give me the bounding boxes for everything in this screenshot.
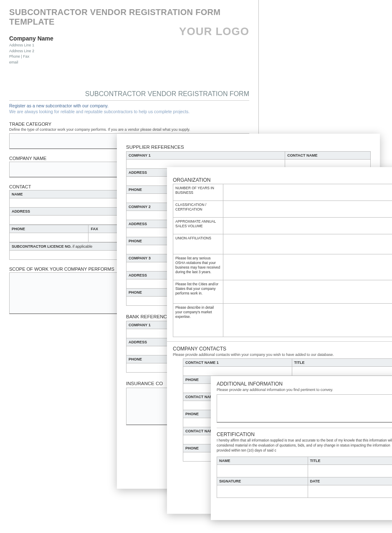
org-volume-label: APPROXIMATE ANNUAL SALES VOLUME [173,218,223,234]
cert-signature-input[interactable] [217,485,308,497]
org-union-input[interactable] [223,234,392,254]
additional-sub: Please provide any additional informatio… [217,388,392,392]
divider [9,100,249,101]
contact-name-header: CONTACT NAME [285,152,371,160]
contact-name1-input[interactable] [183,367,292,376]
trade-category-sub: Define the type of contractor work your … [9,127,249,132]
org-table: NUMBER OF YEARS IN BUSINESS CLASSIFICATI… [173,184,392,337]
org-class-label: CLASSIFICATION / CERTIFICATION [173,201,223,218]
divider [217,428,392,428]
cert-title2-header: TITLE [308,457,392,464]
org-class-input[interactable] [223,201,392,218]
cert-title: CERTIFICATION [217,431,392,437]
supplier-refs-title: SUPPLIER REFERENCES [126,145,371,150]
org-years-input[interactable] [223,184,392,201]
cert-title-input[interactable] [308,464,392,477]
org-expertise-input[interactable] [223,304,392,337]
cert-name-header: NAME [217,457,308,464]
address-line-1: Address Line 1 [9,43,249,48]
email: email [9,60,249,66]
contact-title1-input[interactable] [292,367,392,376]
contact-name1-header: CONTACT NAME 1 [183,359,292,367]
logo-placeholder: YOUR LOGO [179,25,249,38]
cert-signature-header: SIGNATURE [217,477,308,485]
contacts-title: COMPANY CONTACTS [173,346,392,352]
additional-title: ADDITIONAL INFORMATION [217,381,392,387]
cert-text: I hereby affirm that all information sup… [217,438,392,453]
org-osha-input[interactable] [223,254,392,280]
phone-input[interactable] [10,233,89,242]
phone-header: PHONE [10,225,89,233]
contacts-sub: Please provide additional contacts withi… [173,353,392,357]
main-title: SUBCONTRACTOR VENDOR REGISTRATION FORM T… [9,8,249,27]
company1-header: COMPANY 1 [126,152,285,160]
org-cities-label: Please list the Cities and/or States tha… [173,280,223,304]
org-expertise-label: Please describe in detail your company's… [173,304,223,337]
form-page-4: ADDITIONAL INFORMATION Please provide an… [211,376,392,520]
cert-date-input[interactable] [308,485,392,497]
trade-category-label: TRADE CATEGORY [9,122,249,127]
phone-fax: Phone | Fax [9,54,249,60]
org-cities-input[interactable] [223,280,392,304]
org-union-label: UNION AFFILIATIONS [173,234,223,254]
address-line-2: Address Line 2 [9,48,249,54]
org-volume-input[interactable] [223,218,392,234]
intro-line-1: Register as a new subcontractor with our… [9,103,249,108]
form-title: SUBCONTRACTOR VENDOR REGISTRATION FORM [9,90,249,99]
org-title: ORGANIZATION [173,177,392,183]
cert-name-input[interactable] [217,464,308,477]
org-osha-label: Please list any serious OSHA violations … [173,254,223,280]
additional-input[interactable] [217,394,392,423]
intro-line-2: We are always looking for reliable and r… [9,109,249,114]
org-years-label: NUMBER OF YEARS IN BUSINESS [173,184,223,201]
contact-title-header: TITLE [292,359,392,367]
divider [167,341,392,342]
cert-date-header: DATE [308,477,392,485]
cert-table: NAMETITLE SIGNATUREDATE [217,457,392,498]
